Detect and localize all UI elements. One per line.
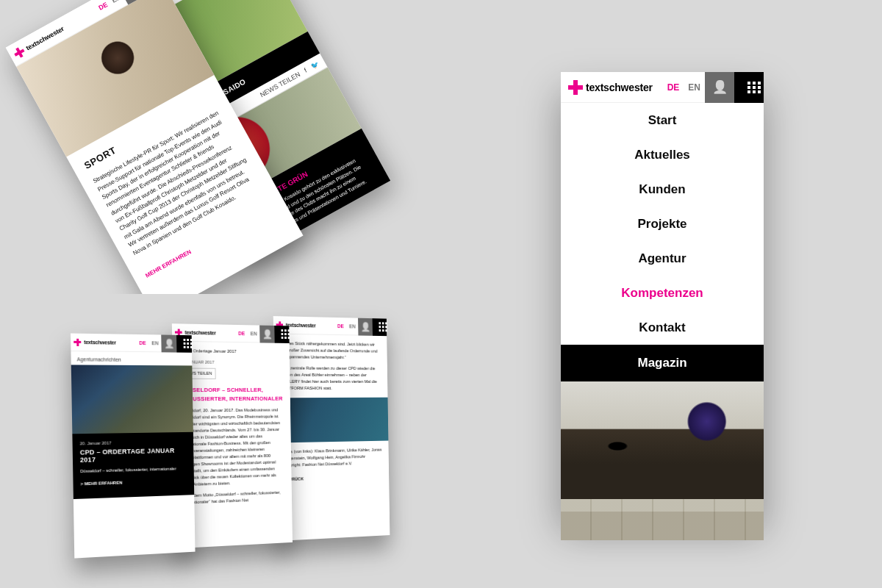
article-body: Düsseldorf, 20. Januar 2017. Das Modebus… — [180, 406, 284, 488]
facebook-icon[interactable]: f — [303, 66, 308, 74]
logo-plus-icon — [74, 338, 81, 345]
menu-button[interactable] — [373, 318, 387, 336]
user-button[interactable] — [259, 325, 275, 343]
panel-topleft: textschwester DE EN GOLF CLUB KOSAIDO NE… — [0, 0, 441, 294]
lang-en[interactable]: EN — [148, 340, 161, 345]
user-button[interactable] — [705, 72, 734, 103]
section-label: Agenturnachrichten — [71, 351, 192, 365]
credits-text: Fotos (von links): Klaus Brinkmann, Ulri… — [282, 447, 382, 469]
lang-en[interactable]: EN — [248, 331, 259, 336]
news-hero-photo — [71, 365, 193, 434]
rotated-stage: textschwester DE EN GOLF CLUB KOSAIDO NE… — [0, 0, 441, 294]
user-icon — [360, 321, 370, 331]
article-motto: Unter dem Motto „Düsseldorf – schneller,… — [182, 490, 285, 506]
lang-de[interactable]: DE — [235, 331, 248, 336]
brand-name: textschwester — [286, 323, 316, 329]
menu-icon — [281, 329, 283, 339]
group-photo — [274, 398, 388, 443]
building-photo — [561, 499, 764, 540]
main-nav: Start Aktuelles Kunden Projekte Agentur … — [561, 103, 764, 381]
user-icon — [262, 329, 272, 339]
app-header: textschwester DE EN — [273, 316, 387, 336]
news-card-1: textschwester DE EN Agenturnachrichten 2… — [71, 334, 196, 559]
lang-en[interactable]: EN — [108, 0, 125, 5]
nav-projekte[interactable]: Projekte — [561, 207, 764, 241]
panel-right: textschwester DE EN Start Aktuelles Kund… — [441, 0, 882, 588]
article-date: 20. JANUAR 2017 — [179, 359, 283, 366]
para-text: Eine zentrale Rolle werden zu dieser CPD… — [281, 365, 381, 392]
news-teaser: 20. Januar 2017 CPD – ORDERTAGE JANUAR 2… — [72, 432, 194, 499]
user-icon — [712, 79, 728, 95]
more-link[interactable]: > MEHR ERFAHREN — [81, 481, 123, 487]
office-photo — [561, 381, 764, 499]
lang-de[interactable]: DE — [136, 340, 148, 345]
nav-agentur[interactable]: Agentur — [561, 241, 764, 276]
user-button[interactable] — [358, 318, 373, 335]
menu-icon — [379, 322, 381, 331]
nav-magazin[interactable]: Magazin — [561, 345, 764, 381]
article-text: Strategische Lifestyle-PR für Sport: Wir… — [92, 108, 263, 258]
back-link[interactable]: < ZURÜCK — [283, 473, 383, 483]
news-title: CPD – ORDERTAGE JANUAR 2017 — [80, 447, 187, 464]
menu-button[interactable] — [176, 334, 192, 352]
news-excerpt: Düsseldorf – schneller, fokussierter, in… — [80, 465, 187, 475]
menu-button[interactable] — [274, 326, 289, 343]
app-header: textschwester DE EN — [561, 72, 764, 103]
intro-text: ganzes Stück nähergekommen sind. Jetzt b… — [281, 340, 381, 362]
brand-name: textschwester — [586, 82, 653, 93]
user-button[interactable] — [161, 334, 176, 352]
lang-de[interactable]: DE — [663, 82, 684, 93]
nav-kompetenzen[interactable]: Kompetenzen — [561, 276, 764, 310]
nav-kontakt[interactable]: Kontakt — [561, 310, 764, 345]
twitter-icon[interactable]: 🐦 — [309, 60, 320, 70]
photo-credits: Fotos (von links): Klaus Brinkmann, Ulri… — [275, 441, 389, 490]
menu-icon — [747, 82, 750, 93]
user-icon — [164, 338, 174, 348]
lang-en[interactable]: EN — [346, 323, 358, 329]
lang-de[interactable]: DE — [334, 323, 346, 329]
logo-plus-icon — [568, 80, 583, 95]
brand-name: textschwester — [84, 340, 116, 345]
news-date: 20. Januar 2017 — [80, 440, 187, 446]
menu-icon — [183, 339, 185, 348]
logo-plus-icon — [12, 46, 26, 60]
phone-frame: textschwester DE EN Start Aktuelles Kund… — [561, 72, 764, 512]
nav-kunden[interactable]: Kunden — [561, 172, 764, 207]
menu-button[interactable] — [734, 72, 764, 103]
panel-botleft: textschwester DE EN ganzes Stück näherge… — [0, 294, 441, 588]
app-header: textschwester DE EN — [71, 334, 192, 353]
article-continued: ganzes Stück nähergekommen sind. Jetzt b… — [273, 334, 387, 398]
nav-aktuelles[interactable]: Aktuelles — [561, 137, 764, 172]
nav-start[interactable]: Start — [561, 103, 764, 137]
article-headline: DÜSSELDORF – SCHNELLER, FOKUSSIERTER, IN… — [180, 386, 284, 404]
lang-en[interactable]: EN — [684, 82, 705, 93]
breadcrumb: CPD – Ordertage Januar 2017 — [179, 348, 283, 356]
